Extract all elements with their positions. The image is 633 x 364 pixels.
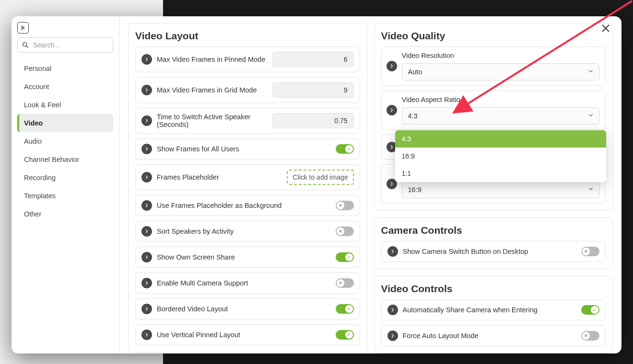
section-video-controls: Video Controls Automatically Share Camer…: [374, 276, 613, 353]
sidebar-item-other[interactable]: Other: [17, 205, 113, 223]
chevron-right-icon[interactable]: [387, 305, 398, 315]
setting-label: Sort Speakers by Activity: [157, 228, 331, 235]
setting-label: Video Resolution: [402, 52, 600, 63]
section-video-quality: Video Quality Video Resolution Auto: [374, 23, 613, 211]
aspect-ratio-dropdown[interactable]: 4:3 16:9 1:1: [395, 130, 607, 182]
vertical-pinned-toggle[interactable]: [336, 330, 354, 340]
collapse-sidebar-icon[interactable]: [17, 22, 29, 34]
setting-label: Max Video Frames in Pinned Mode: [157, 56, 268, 63]
setting-label: Bordered Video Layout: [157, 305, 331, 313]
setting-label: Video Aspect Ratio: [402, 96, 600, 107]
chevron-right-icon[interactable]: [141, 115, 152, 126]
close-icon[interactable]: [600, 23, 612, 34]
sidebar-nav: Personal Account Look & Feel Video Audio…: [17, 59, 113, 223]
select-value: 16:9: [408, 186, 422, 193]
sidebar-item-recording[interactable]: Recording: [17, 169, 113, 187]
max-pinned-input[interactable]: [272, 52, 354, 67]
sidebar-item-personal[interactable]: Personal: [17, 59, 113, 78]
setting-label: Enable Multi Camera Support: [157, 279, 331, 287]
switch-time-input[interactable]: [272, 113, 354, 128]
multi-cam-toggle[interactable]: [336, 278, 354, 288]
search-icon: [22, 41, 29, 49]
section-title: Video Quality: [381, 30, 606, 42]
chevron-right-icon[interactable]: [141, 144, 152, 154]
setting-label: Force Auto Layout Mode: [403, 332, 577, 340]
select-value: Auto: [408, 68, 422, 76]
show-own-share-toggle[interactable]: [336, 252, 354, 262]
sidebar-item-templates[interactable]: Templates: [17, 187, 113, 205]
setting-label: Use Vertical Pinned Layout: [157, 331, 331, 339]
camera-switch-toggle[interactable]: [581, 247, 599, 256]
aspect-ratio-select[interactable]: 4:3: [402, 107, 600, 125]
dropdown-option[interactable]: 4:3: [395, 130, 607, 148]
auto-share-toggle[interactable]: [581, 305, 599, 315]
chevron-right-icon[interactable]: [387, 61, 397, 71]
chevron-right-icon[interactable]: [141, 172, 152, 182]
chevron-right-icon[interactable]: [141, 252, 152, 262]
svg-point-0: [23, 43, 27, 46]
chevron-right-icon[interactable]: [141, 85, 152, 95]
setting-label: Time to Switch Active Speaker (Seconds): [157, 113, 268, 128]
setting-label: Show Camera Switch Button on Desktop: [403, 248, 577, 255]
section-title: Video Controls: [381, 283, 606, 295]
select-value: 4:3: [408, 112, 418, 120]
setting-label: Automatically Share Camera when Entering: [403, 306, 577, 314]
chevron-right-icon[interactable]: [387, 105, 397, 115]
setting-label: Frames Placeholder: [157, 173, 282, 181]
show-frames-toggle[interactable]: [336, 144, 354, 154]
chevron-down-icon: [587, 112, 594, 120]
placeholder-bg-toggle[interactable]: [336, 201, 354, 210]
share-aspect-select[interactable]: 16:9: [402, 181, 600, 198]
setting-label: Max Video Frames in Grid Mode: [157, 86, 268, 94]
section-camera-controls: Camera Controls Show Camera Switch Butto…: [374, 217, 613, 269]
section-title: Video Layout: [135, 30, 360, 42]
section-title: Camera Controls: [381, 225, 606, 236]
setting-label: Use Frames Placeholder as Background: [157, 202, 331, 209]
sidebar-item-channel-behavior[interactable]: Channel Behavior: [17, 150, 113, 169]
chevron-right-icon[interactable]: [387, 330, 398, 341]
dropdown-option[interactable]: 1:1: [395, 165, 607, 182]
chevron-down-icon: [587, 186, 594, 194]
setting-label: Show Own Screen Share: [157, 253, 331, 261]
sidebar-item-audio[interactable]: Audio: [17, 132, 113, 150]
chevron-right-icon[interactable]: [141, 226, 152, 237]
search-input[interactable]: [33, 41, 108, 49]
max-grid-input[interactable]: [272, 82, 354, 98]
sort-speakers-toggle[interactable]: [336, 227, 354, 236]
bordered-toggle[interactable]: [336, 304, 354, 314]
chevron-right-icon[interactable]: [141, 200, 152, 211]
chevron-right-icon[interactable]: [387, 246, 398, 257]
section-video-layout: Video Layout Max Video Frames in Pinned …: [128, 23, 367, 353]
chevron-right-icon[interactable]: [141, 330, 152, 340]
chevron-right-icon[interactable]: [141, 54, 152, 65]
force-layout-toggle[interactable]: [581, 331, 599, 341]
dropdown-option[interactable]: 16:9: [395, 148, 607, 165]
chevron-down-icon: [587, 68, 594, 76]
resolution-select[interactable]: Auto: [402, 63, 600, 80]
search-input-wrap[interactable]: [17, 37, 113, 53]
chevron-right-icon[interactable]: [141, 278, 152, 288]
setting-label: Show Frames for All Users: [157, 145, 331, 153]
sidebar-item-look-feel[interactable]: Look & Feel: [17, 96, 113, 114]
add-image-button[interactable]: Click to add image: [287, 170, 353, 185]
sidebar-item-video[interactable]: Video: [17, 114, 113, 132]
chevron-right-icon[interactable]: [141, 304, 152, 314]
sidebar-item-account[interactable]: Account: [17, 78, 113, 96]
